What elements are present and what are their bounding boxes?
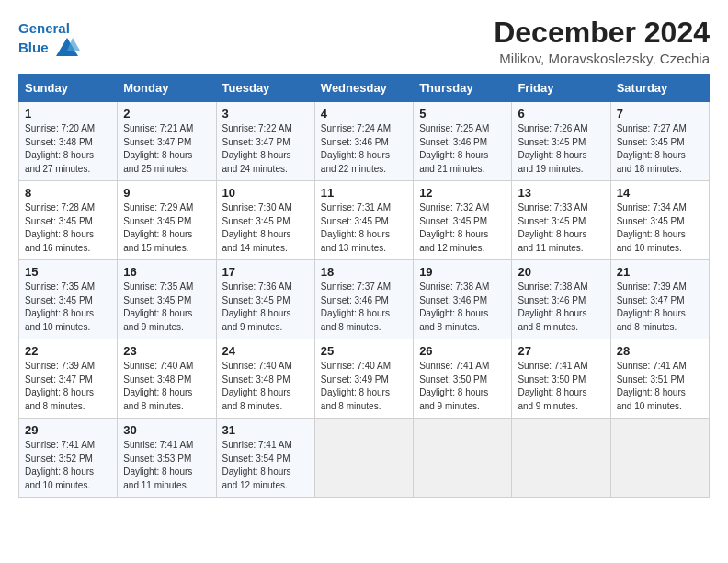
day-cell: 3Sunrise: 7:22 AMSunset: 3:47 PMDaylight… [216,102,314,181]
day-cell: 13Sunrise: 7:33 AMSunset: 3:45 PMDayligh… [512,181,610,260]
weekday-header-saturday: Saturday [610,75,709,102]
day-info: Sunrise: 7:38 AMSunset: 3:46 PMDaylight:… [419,281,506,334]
day-cell: 29Sunrise: 7:41 AMSunset: 3:52 PMDayligh… [19,419,118,498]
day-info: Sunrise: 7:37 AMSunset: 3:46 PMDaylight:… [321,281,407,334]
weekday-header-tuesday: Tuesday [216,75,314,102]
day-info: Sunrise: 7:26 AMSunset: 3:45 PMDaylight:… [518,122,604,176]
day-info: Sunrise: 7:38 AMSunset: 3:46 PMDaylight:… [518,281,604,334]
day-number: 12 [419,186,506,200]
day-cell: 4Sunrise: 7:24 AMSunset: 3:46 PMDaylight… [314,102,413,181]
day-info: Sunrise: 7:41 AMSunset: 3:50 PMDaylight:… [518,360,604,413]
day-number: 21 [617,265,703,279]
day-cell: 25Sunrise: 7:40 AMSunset: 3:49 PMDayligh… [314,339,413,419]
day-info: Sunrise: 7:25 AMSunset: 3:46 PMDaylight:… [419,122,506,176]
week-row-5: 29Sunrise: 7:41 AMSunset: 3:52 PMDayligh… [19,419,710,498]
day-cell: 11Sunrise: 7:31 AMSunset: 3:45 PMDayligh… [314,181,413,260]
day-cell: 17Sunrise: 7:36 AMSunset: 3:45 PMDayligh… [216,260,314,339]
day-info: Sunrise: 7:41 AMSunset: 3:53 PMDaylight:… [123,439,210,492]
day-cell [314,419,413,498]
weekday-header-monday: Monday [118,75,216,102]
day-info: Sunrise: 7:36 AMSunset: 3:45 PMDaylight:… [222,281,309,334]
day-number: 2 [123,107,210,121]
day-number: 11 [321,186,407,200]
day-info: Sunrise: 7:39 AMSunset: 3:47 PMDaylight:… [25,360,111,413]
day-info: Sunrise: 7:24 AMSunset: 3:46 PMDaylight:… [321,122,407,176]
day-number: 14 [617,186,703,200]
day-number: 28 [617,344,703,358]
day-cell: 21Sunrise: 7:39 AMSunset: 3:47 PMDayligh… [610,260,709,339]
day-number: 15 [25,265,111,279]
day-cell: 8Sunrise: 7:28 AMSunset: 3:45 PMDaylight… [19,181,118,260]
calendar-subtitle: Milikov, Moravskoslezsky, Czechia [494,51,710,66]
day-cell: 26Sunrise: 7:41 AMSunset: 3:50 PMDayligh… [414,339,512,419]
day-info: Sunrise: 7:40 AMSunset: 3:48 PMDaylight:… [222,360,309,413]
day-number: 31 [222,423,309,437]
day-cell [610,419,709,498]
day-number: 17 [222,265,309,279]
calendar-title: December 2024 [494,17,710,49]
day-info: Sunrise: 7:41 AMSunset: 3:50 PMDaylight:… [419,360,506,413]
day-cell: 24Sunrise: 7:40 AMSunset: 3:48 PMDayligh… [216,339,314,419]
day-cell [414,419,512,498]
day-info: Sunrise: 7:41 AMSunset: 3:54 PMDaylight:… [222,439,309,492]
title-block: December 2024 Milikov, Moravskoslezsky, … [494,17,710,66]
day-cell: 22Sunrise: 7:39 AMSunset: 3:47 PMDayligh… [19,339,118,419]
day-number: 3 [222,107,309,121]
calendar-page: General Blue December 2024 Milikov, Mora… [0,0,728,563]
day-info: Sunrise: 7:31 AMSunset: 3:45 PMDaylight:… [321,201,407,255]
day-cell: 10Sunrise: 7:30 AMSunset: 3:45 PMDayligh… [216,181,314,260]
day-number: 22 [25,344,111,358]
day-number: 16 [123,265,210,279]
day-info: Sunrise: 7:33 AMSunset: 3:45 PMDaylight:… [518,201,604,255]
day-number: 19 [419,265,506,279]
day-info: Sunrise: 7:20 AMSunset: 3:48 PMDaylight:… [25,122,111,176]
day-cell: 9Sunrise: 7:29 AMSunset: 3:45 PMDaylight… [118,181,216,260]
day-info: Sunrise: 7:27 AMSunset: 3:45 PMDaylight:… [617,122,703,176]
weekday-header-friday: Friday [512,75,610,102]
day-info: Sunrise: 7:28 AMSunset: 3:45 PMDaylight:… [25,201,111,255]
day-info: Sunrise: 7:34 AMSunset: 3:45 PMDaylight:… [617,201,703,255]
day-cell: 14Sunrise: 7:34 AMSunset: 3:45 PMDayligh… [610,181,709,260]
day-number: 26 [419,344,506,358]
day-cell: 7Sunrise: 7:27 AMSunset: 3:45 PMDaylight… [610,102,709,181]
calendar-table: SundayMondayTuesdayWednesdayThursdayFrid… [18,74,710,498]
day-number: 13 [518,186,604,200]
day-number: 27 [518,344,604,358]
day-number: 6 [518,107,604,121]
day-number: 7 [617,107,703,121]
day-cell: 16Sunrise: 7:35 AMSunset: 3:45 PMDayligh… [118,260,216,339]
day-info: Sunrise: 7:21 AMSunset: 3:47 PMDaylight:… [123,122,210,176]
week-row-4: 22Sunrise: 7:39 AMSunset: 3:47 PMDayligh… [19,339,710,419]
day-number: 29 [25,423,111,437]
day-cell: 27Sunrise: 7:41 AMSunset: 3:50 PMDayligh… [512,339,610,419]
logo: General Blue [18,20,80,62]
day-number: 8 [25,186,111,200]
day-cell: 15Sunrise: 7:35 AMSunset: 3:45 PMDayligh… [19,260,118,339]
day-cell [512,419,610,498]
day-number: 25 [321,344,407,358]
day-info: Sunrise: 7:32 AMSunset: 3:45 PMDaylight:… [419,201,506,255]
day-number: 1 [25,107,111,121]
day-cell: 31Sunrise: 7:41 AMSunset: 3:54 PMDayligh… [216,419,314,498]
weekday-header-wednesday: Wednesday [314,75,413,102]
day-cell: 20Sunrise: 7:38 AMSunset: 3:46 PMDayligh… [512,260,610,339]
day-cell: 12Sunrise: 7:32 AMSunset: 3:45 PMDayligh… [414,181,512,260]
logo-icon [54,36,80,62]
header: General Blue December 2024 Milikov, Mora… [18,17,710,66]
day-number: 30 [123,423,210,437]
week-row-1: 1Sunrise: 7:20 AMSunset: 3:48 PMDaylight… [19,102,710,181]
day-cell: 18Sunrise: 7:37 AMSunset: 3:46 PMDayligh… [314,260,413,339]
day-info: Sunrise: 7:29 AMSunset: 3:45 PMDaylight:… [123,201,210,255]
day-number: 4 [321,107,407,121]
day-info: Sunrise: 7:41 AMSunset: 3:51 PMDaylight:… [617,360,703,413]
day-info: Sunrise: 7:41 AMSunset: 3:52 PMDaylight:… [25,439,111,492]
day-number: 9 [123,186,210,200]
day-cell: 2Sunrise: 7:21 AMSunset: 3:47 PMDaylight… [118,102,216,181]
day-number: 20 [518,265,604,279]
day-number: 18 [321,265,407,279]
day-info: Sunrise: 7:39 AMSunset: 3:47 PMDaylight:… [617,281,703,334]
day-info: Sunrise: 7:35 AMSunset: 3:45 PMDaylight:… [25,281,111,334]
day-cell: 23Sunrise: 7:40 AMSunset: 3:48 PMDayligh… [118,339,216,419]
day-number: 10 [222,186,309,200]
day-cell: 19Sunrise: 7:38 AMSunset: 3:46 PMDayligh… [414,260,512,339]
